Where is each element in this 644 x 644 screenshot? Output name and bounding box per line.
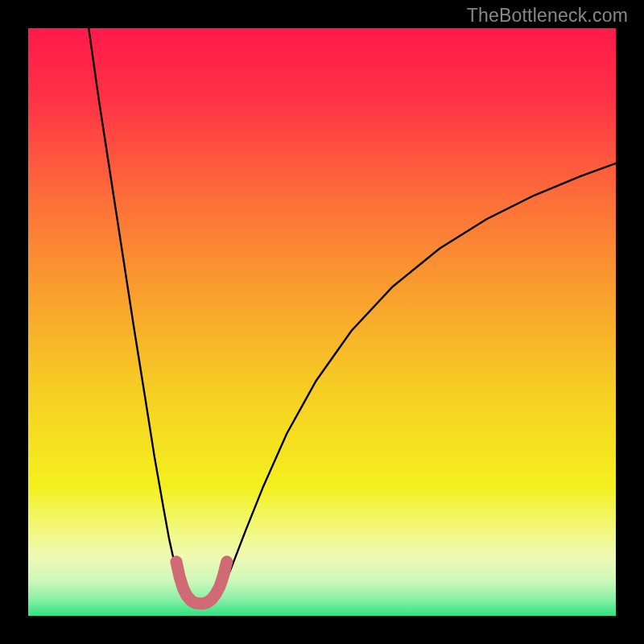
curve-valley bbox=[176, 562, 227, 604]
curve-left bbox=[89, 28, 185, 598]
chart-frame: TheBottleneck.com bbox=[0, 0, 644, 644]
bottleneck-curve bbox=[28, 28, 616, 616]
plot-area bbox=[28, 28, 616, 616]
watermark-text: TheBottleneck.com bbox=[467, 5, 628, 27]
curve-right bbox=[217, 163, 616, 598]
